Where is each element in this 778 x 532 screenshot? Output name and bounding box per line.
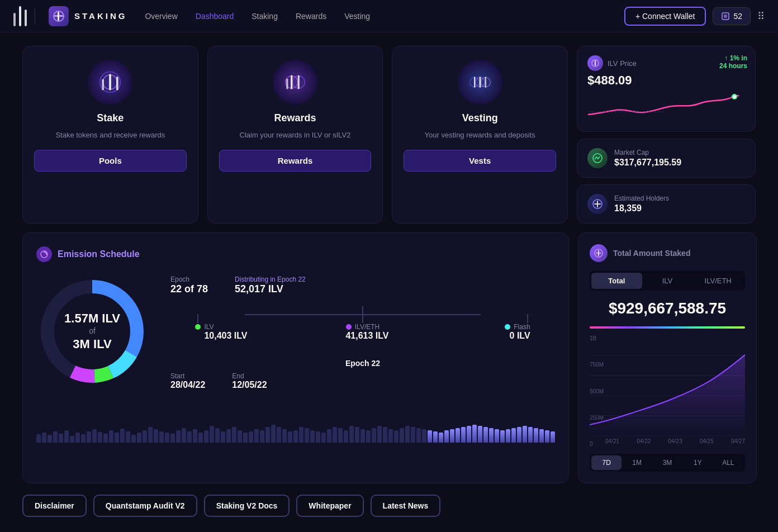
grid-menu-icon[interactable]: ⠿ bbox=[757, 10, 765, 22]
vesting-card: Vesting Your vesting rewards and deposit… bbox=[392, 46, 568, 224]
main-content: Stake Stake tokens and receive rewards P… bbox=[0, 32, 778, 532]
bar-53 bbox=[333, 427, 337, 443]
staking-chart-area: 1B 750M 500M 250M 0 bbox=[590, 335, 745, 447]
bar-85 bbox=[511, 428, 516, 443]
tree-horizontal bbox=[245, 314, 480, 315]
bar-3 bbox=[53, 431, 58, 443]
quantstamp-button[interactable]: Quantstamp Audit V2 bbox=[93, 495, 197, 517]
whitepaper-button[interactable]: Whitepaper bbox=[296, 495, 363, 517]
tree-trunk bbox=[362, 306, 363, 314]
svg-rect-22 bbox=[479, 77, 480, 88]
epoch-dates: Start 28/04/22 End 12/05/22 bbox=[170, 372, 555, 390]
bar-67 bbox=[411, 427, 415, 443]
time-tab-all[interactable]: ALL bbox=[713, 455, 743, 470]
nav-overview[interactable]: Overview bbox=[145, 12, 177, 21]
bar-83 bbox=[500, 430, 505, 443]
bar-89 bbox=[534, 428, 538, 443]
bar-52 bbox=[327, 429, 331, 443]
stake-icon bbox=[98, 70, 122, 94]
bar-14 bbox=[115, 433, 119, 443]
emission-card: Emission Schedule bbox=[22, 232, 569, 483]
disclaimer-button[interactable]: Disclaimer bbox=[22, 495, 87, 517]
ilv-dot-label: ILV bbox=[195, 323, 214, 331]
top-row: Stake Stake tokens and receive rewards P… bbox=[22, 46, 756, 224]
bar-35 bbox=[232, 427, 236, 443]
svg-rect-12 bbox=[116, 77, 118, 91]
bar-54 bbox=[338, 428, 343, 443]
connect-wallet-button[interactable]: + Connect Wallet bbox=[624, 7, 706, 26]
holders-label: Estimated Holders bbox=[614, 194, 669, 202]
rewards-icon-circle bbox=[273, 60, 317, 104]
bar-22 bbox=[159, 431, 164, 443]
bar-18 bbox=[137, 433, 141, 443]
nav-links: Overview Dashboard Staking Rewards Vesti… bbox=[145, 12, 624, 21]
bar-75 bbox=[456, 428, 460, 443]
staking-docs-button[interactable]: Staking V2 Docs bbox=[204, 495, 290, 517]
svg-rect-16 bbox=[298, 75, 300, 89]
stake-title: Stake bbox=[97, 112, 124, 124]
bar-57 bbox=[355, 427, 359, 443]
holders-value: 18,359 bbox=[614, 203, 669, 213]
donut-wrapper: 1.57M ILV of 3M ILV bbox=[36, 276, 148, 387]
svg-rect-40 bbox=[596, 253, 601, 254]
tab-ilv[interactable]: ILV bbox=[642, 273, 693, 289]
badge-button[interactable]: 52 bbox=[713, 7, 751, 25]
bar-28 bbox=[193, 429, 197, 443]
bar-38 bbox=[249, 431, 253, 443]
ilv-branch: ILV 10,403 ILV bbox=[189, 314, 307, 341]
bar-69 bbox=[422, 429, 426, 443]
bar-0 bbox=[36, 434, 41, 443]
bar-34 bbox=[226, 429, 231, 443]
svg-point-27 bbox=[732, 94, 737, 99]
nav-dashboard[interactable]: Dashboard bbox=[196, 12, 234, 21]
staking-title: Total Amount Staked bbox=[613, 249, 690, 258]
tab-ilveth[interactable]: ILV/ETH bbox=[692, 273, 743, 289]
bar-42 bbox=[271, 425, 276, 443]
nav-staking[interactable]: Staking bbox=[252, 12, 278, 21]
svg-rect-31 bbox=[594, 203, 601, 205]
svg-rect-21 bbox=[474, 77, 475, 88]
bar-45 bbox=[288, 431, 292, 443]
bar-91 bbox=[545, 430, 549, 443]
time-tab-3m[interactable]: 3M bbox=[652, 455, 682, 470]
bar-33 bbox=[221, 431, 225, 443]
nav-rewards[interactable]: Rewards bbox=[296, 12, 326, 21]
svg-rect-11 bbox=[102, 79, 105, 91]
donut-sub-of: of bbox=[64, 326, 120, 337]
vesting-desc: Your vesting rewards and deposits bbox=[425, 130, 535, 141]
nav-vesting[interactable]: Vesting bbox=[344, 12, 370, 21]
emission-content: 1.57M ILV of 3M ILV Epoch 22 of 78 Distr… bbox=[36, 276, 555, 390]
rewards-button[interactable]: Rewards bbox=[219, 150, 372, 172]
bar-49 bbox=[310, 430, 315, 443]
bar-51 bbox=[321, 433, 326, 443]
vesting-icon bbox=[468, 70, 492, 94]
bar-86 bbox=[517, 427, 521, 443]
x-label-0425: 04/25 bbox=[700, 438, 714, 444]
emission-header: Emission Schedule bbox=[36, 246, 555, 262]
price-chart bbox=[587, 92, 745, 120]
bar-64 bbox=[394, 430, 399, 443]
badge-value: 52 bbox=[733, 12, 742, 21]
donut-center: 1.57M ILV of 3M ILV bbox=[64, 311, 120, 352]
time-tab-1y[interactable]: 1Y bbox=[682, 455, 713, 470]
time-tab-1m[interactable]: 1M bbox=[622, 455, 652, 470]
vests-button[interactable]: Vests bbox=[404, 150, 556, 172]
latest-news-button[interactable]: Latest News bbox=[371, 495, 441, 517]
staking-total-card: Total Amount Staked Total ILV ILV/ETH $9… bbox=[578, 232, 757, 483]
price-change: ↑ 1% in 24 hours bbox=[719, 54, 747, 70]
bar-7 bbox=[75, 433, 80, 443]
distribution-tree: ILV 10,403 ILV ILV/ETH bbox=[170, 306, 555, 341]
price-icon bbox=[587, 55, 603, 71]
stake-card: Stake Stake tokens and receive rewards P… bbox=[22, 46, 198, 224]
tab-total[interactable]: Total bbox=[591, 273, 642, 289]
bar-32 bbox=[215, 428, 220, 443]
pools-button[interactable]: Pools bbox=[34, 150, 187, 172]
market-cap-info: Market Cap $317,677,195.59 bbox=[614, 149, 681, 168]
x-label-0423: 04/23 bbox=[668, 438, 682, 444]
bar-47 bbox=[299, 427, 303, 443]
nav-logo-img bbox=[49, 6, 69, 26]
time-tab-7d[interactable]: 7D bbox=[591, 455, 622, 470]
bar-90 bbox=[539, 429, 544, 443]
logo-container: STAKING bbox=[13, 6, 127, 26]
nav-actions: + Connect Wallet 52 ⠿ bbox=[624, 7, 765, 26]
